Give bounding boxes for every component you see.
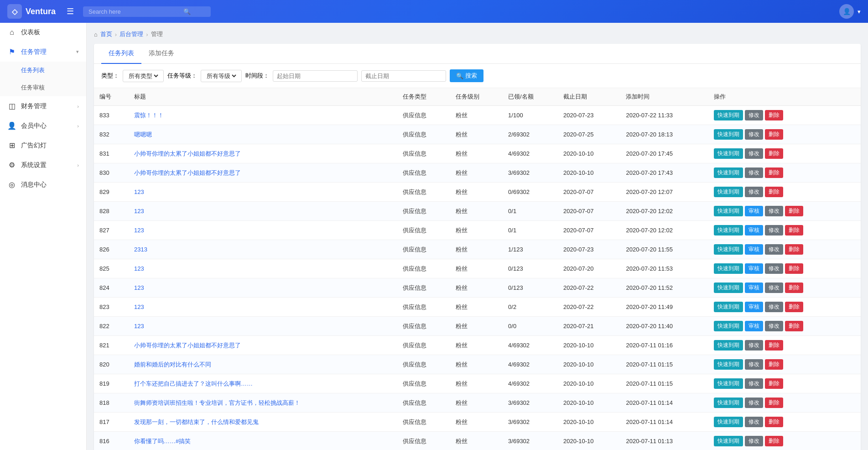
audit-button[interactable]: 审核: [745, 321, 763, 331]
fast-expire-button[interactable]: 快速到期: [714, 398, 743, 408]
fast-expire-button[interactable]: 快速到期: [714, 436, 743, 446]
delete-button[interactable]: 删除: [765, 398, 783, 408]
sidebar-item-message[interactable]: ◎ 消息中心: [0, 175, 86, 194]
search-input[interactable]: [88, 8, 180, 15]
cell-title[interactable]: 小帅哥你埋的太累了小姐姐都不好意思了: [129, 144, 397, 163]
edit-button[interactable]: 修改: [765, 321, 783, 331]
delete-button[interactable]: 删除: [765, 436, 783, 446]
audit-button[interactable]: 审核: [745, 283, 763, 293]
edit-button[interactable]: 修改: [745, 378, 763, 389]
fast-expire-button[interactable]: 快速到期: [714, 244, 743, 255]
edit-button[interactable]: 修改: [745, 187, 763, 197]
cell-title[interactable]: 小帅哥你埋的太累了小姐姐都不好意思了: [129, 336, 397, 355]
fast-expire-button[interactable]: 快速到期: [714, 148, 743, 159]
fast-expire-button[interactable]: 快速到期: [714, 302, 743, 312]
sidebar-item-member[interactable]: 👤 会员中心 ›: [0, 116, 86, 136]
fast-expire-button[interactable]: 快速到期: [714, 340, 743, 351]
start-date-input[interactable]: [273, 70, 358, 82]
delete-button[interactable]: 删除: [765, 110, 783, 120]
fast-expire-button[interactable]: 快速到期: [714, 417, 743, 427]
delete-button[interactable]: 删除: [765, 417, 783, 427]
edit-button[interactable]: 修改: [745, 398, 763, 408]
cell-title[interactable]: 123: [129, 317, 397, 336]
edit-button[interactable]: 修改: [745, 110, 763, 120]
level-select-input[interactable]: 所有等级 粉丝 铜牌 银牌 金牌: [205, 72, 238, 80]
fast-expire-button[interactable]: 快速到期: [714, 321, 743, 331]
delete-button[interactable]: 删除: [785, 321, 803, 331]
cell-title[interactable]: 发现那一刻，一切都结束了，什么情和爱都见鬼: [129, 413, 397, 432]
cell-title[interactable]: 嗯嗯嗯: [129, 125, 397, 144]
edit-button[interactable]: 修改: [765, 263, 783, 274]
cell-title[interactable]: 123: [129, 298, 397, 317]
fast-expire-button[interactable]: 快速到期: [714, 283, 743, 293]
delete-button[interactable]: 删除: [785, 225, 803, 235]
breadcrumb-home[interactable]: 首页: [100, 30, 112, 38]
delete-button[interactable]: 删除: [785, 206, 803, 216]
sidebar-item-task-review[interactable]: 任务审核: [0, 79, 86, 96]
audit-button[interactable]: 审核: [745, 206, 763, 216]
end-date-input[interactable]: [361, 70, 446, 82]
audit-button[interactable]: 审核: [745, 225, 763, 235]
fast-expire-button[interactable]: 快速到期: [714, 206, 743, 216]
audit-button[interactable]: 审核: [745, 302, 763, 312]
fast-expire-button[interactable]: 快速到期: [714, 110, 743, 120]
cell-title[interactable]: 你看懂了吗……#搞笑: [129, 432, 397, 450]
sidebar-item-task-list[interactable]: 任务列表: [0, 62, 86, 79]
delete-button[interactable]: 删除: [765, 378, 783, 389]
delete-button[interactable]: 删除: [765, 148, 783, 159]
delete-button[interactable]: 删除: [785, 302, 803, 312]
fast-expire-button[interactable]: 快速到期: [714, 378, 743, 389]
menu-icon[interactable]: ☰: [65, 5, 76, 18]
cell-title[interactable]: 2313: [129, 240, 397, 259]
delete-button[interactable]: 删除: [765, 340, 783, 351]
cell-title[interactable]: 婚前和婚后的对比有什么不同: [129, 355, 397, 374]
cell-title[interactable]: 打个车还把自己搞进去了？这叫什么事啊……: [129, 374, 397, 393]
cell-title[interactable]: 123: [129, 183, 397, 202]
sidebar-item-dashboard[interactable]: ⌂ 仪表板: [0, 23, 86, 42]
breadcrumb-admin[interactable]: 后台管理: [120, 30, 143, 38]
fast-expire-button[interactable]: 快速到期: [714, 129, 743, 140]
fast-expire-button[interactable]: 快速到期: [714, 167, 743, 178]
delete-button[interactable]: 删除: [765, 129, 783, 140]
sidebar-item-advert[interactable]: ⊞ 广告幻灯: [0, 136, 86, 155]
cell-title[interactable]: 街舞师资培训班招生啦！专业培训，官方证书，轻松挑战高薪！: [129, 393, 397, 413]
delete-button[interactable]: 删除: [765, 167, 783, 178]
filter-level-select[interactable]: 所有等级 粉丝 铜牌 银牌 金牌: [201, 70, 242, 82]
fast-expire-button[interactable]: 快速到期: [714, 187, 743, 197]
edit-button[interactable]: 修改: [765, 206, 783, 216]
tab-add-task[interactable]: 添加任务: [141, 44, 182, 64]
avatar-chevron[interactable]: ▾: [858, 8, 861, 15]
fast-expire-button[interactable]: 快速到期: [714, 263, 743, 274]
edit-button[interactable]: 修改: [765, 225, 783, 235]
cell-title[interactable]: 小帅哥你埋的太累了小姐姐都不好意思了: [129, 163, 397, 183]
edit-button[interactable]: 修改: [745, 129, 763, 140]
avatar[interactable]: 👤: [839, 4, 854, 19]
edit-button[interactable]: 修改: [745, 417, 763, 427]
cell-title[interactable]: 震惊！！！: [129, 106, 397, 125]
edit-button[interactable]: 修改: [765, 283, 783, 293]
cell-title[interactable]: 123: [129, 259, 397, 278]
sidebar-item-finance[interactable]: ◫ 财务管理 ›: [0, 96, 86, 116]
audit-button[interactable]: 审核: [745, 244, 763, 255]
edit-button[interactable]: 修改: [765, 302, 783, 312]
type-select-input[interactable]: 所有类型 供应信息 其他: [127, 72, 160, 80]
edit-button[interactable]: 修改: [765, 244, 783, 255]
delete-button[interactable]: 删除: [765, 359, 783, 370]
cell-title[interactable]: 123: [129, 278, 397, 298]
edit-button[interactable]: 修改: [745, 167, 763, 178]
edit-button[interactable]: 修改: [745, 340, 763, 351]
edit-button[interactable]: 修改: [745, 359, 763, 370]
search-button[interactable]: 🔍 搜索: [450, 69, 483, 82]
delete-button[interactable]: 删除: [785, 263, 803, 274]
delete-button[interactable]: 删除: [765, 187, 783, 197]
fast-expire-button[interactable]: 快速到期: [714, 225, 743, 235]
sidebar-item-task-mgmt[interactable]: ⚑ 任务管理 ▾: [0, 42, 86, 62]
cell-title[interactable]: 123: [129, 202, 397, 221]
edit-button[interactable]: 修改: [745, 148, 763, 159]
cell-title[interactable]: 123: [129, 221, 397, 240]
delete-button[interactable]: 删除: [785, 244, 803, 255]
fast-expire-button[interactable]: 快速到期: [714, 359, 743, 370]
edit-button[interactable]: 修改: [745, 436, 763, 446]
filter-type-select[interactable]: 所有类型 供应信息 其他: [123, 70, 164, 82]
sidebar-item-settings[interactable]: ⚙ 系统设置 ›: [0, 155, 86, 175]
